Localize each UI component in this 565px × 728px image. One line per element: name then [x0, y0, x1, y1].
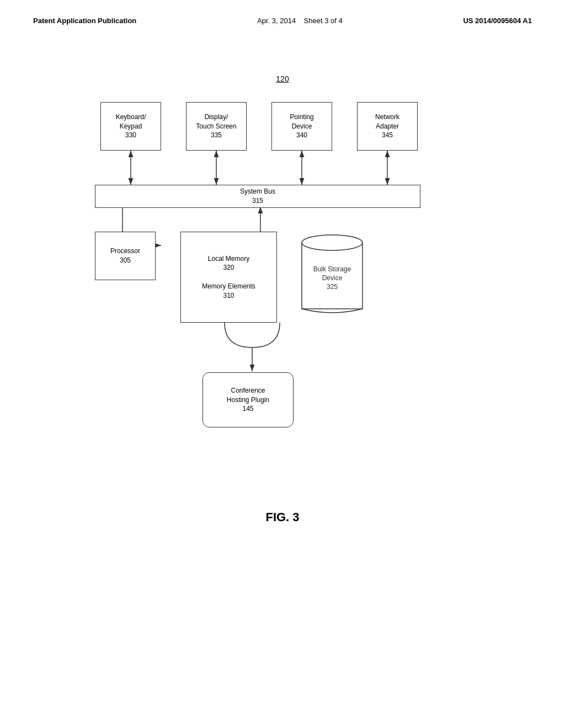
header-sheet: Sheet 3 of 4 [304, 17, 343, 25]
diagram-label: 120 [276, 74, 289, 83]
header-date: Apr. 3, 2014 [257, 17, 296, 25]
figure-label: FIG. 3 [33, 510, 532, 524]
conference-label: ConferenceHosting Plugin145 [227, 386, 269, 414]
page: Patent Application Publication Apr. 3, 2… [0, 0, 565, 728]
network-label: NetworkAdapter345 [375, 113, 399, 140]
display-label: Display/Touch Screen335 [196, 113, 236, 140]
network-box: NetworkAdapter345 [357, 102, 418, 151]
header-right: US 2014/0095604 A1 [463, 17, 532, 25]
svg-text:Bulk Storage: Bulk Storage [313, 265, 351, 273]
pointing-box: PointingDevice340 [271, 102, 332, 151]
header-left: Patent Application Publication [33, 17, 136, 25]
localmemory-label: Local Memory320Memory Elements310 [202, 254, 255, 301]
cylinder-svg: Bulk Storage Device 325 [299, 232, 365, 323]
page-header: Patent Application Publication Apr. 3, 2… [33, 17, 532, 25]
localmemory-box: Local Memory320Memory Elements310 [180, 232, 277, 323]
conference-box: ConferenceHosting Plugin145 [202, 372, 294, 427]
keyboard-box: Keyboard/Keypad330 [100, 102, 161, 151]
display-box: Display/Touch Screen335 [186, 102, 247, 151]
keyboard-label: Keyboard/Keypad330 [116, 113, 146, 140]
svg-text:325: 325 [327, 283, 338, 291]
diagram-area: 120 [89, 91, 476, 477]
svg-point-13 [302, 235, 363, 250]
header-center: Apr. 3, 2014 Sheet 3 of 4 [257, 17, 343, 25]
processor-box: Processor305 [95, 232, 156, 280]
pointing-label: PointingDevice340 [290, 113, 313, 140]
systembus-label: System Bus315 [240, 187, 275, 206]
bulkstorage-cylinder: Bulk Storage Device 325 [299, 232, 365, 323]
svg-text:Device: Device [322, 274, 343, 282]
systembus-box: System Bus315 [95, 185, 420, 208]
processor-label: Processor305 [110, 247, 140, 265]
